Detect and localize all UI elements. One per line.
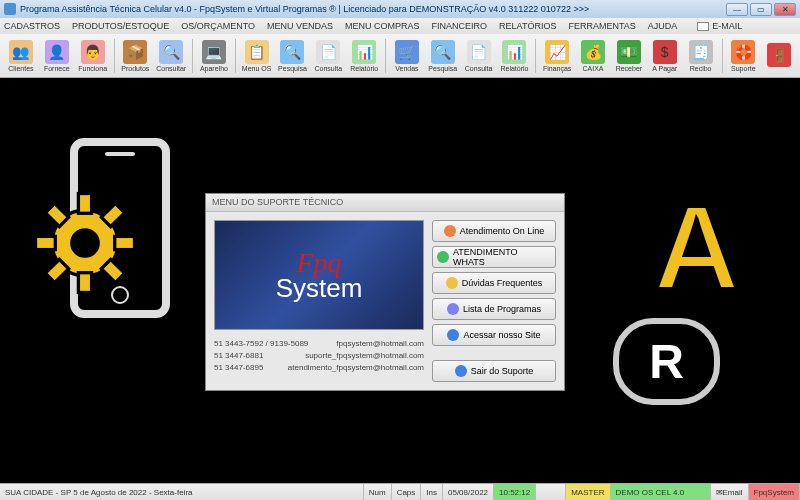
tool-icon: 👥 (9, 40, 33, 64)
tool-pesquisa[interactable]: 🔍Pesquisa (276, 36, 310, 76)
tool-label: Consulta (315, 65, 343, 72)
svg-rect-6 (101, 203, 124, 226)
status-bar: SUA CIDADE - SP 5 de Agosto de 2022 - Se… (0, 483, 800, 500)
whatsapp-icon (437, 251, 449, 263)
tool-suporte[interactable]: 🛟Suporte (726, 36, 760, 76)
tool-consulta[interactable]: 📄Consulta (462, 36, 496, 76)
email-icon (697, 22, 709, 31)
whatsapp-button[interactable]: ATENDIMENTO WHATS (432, 246, 556, 268)
tool-label: Relatório (350, 65, 378, 72)
status-caps: Caps (392, 484, 422, 500)
close-button[interactable]: ✕ (774, 3, 796, 16)
tool-icon: 📋 (245, 40, 269, 64)
tool-consulta[interactable]: 📄Consulta (311, 36, 345, 76)
tool-label: CAIXA (583, 65, 604, 72)
status-time: 10:52:12 (494, 484, 536, 500)
tool-label: Finanças (543, 65, 571, 72)
tool-icon: $ (653, 40, 677, 64)
tool-icon: 🔍 (431, 40, 455, 64)
tool-fornece[interactable]: 👤Fornece (40, 36, 74, 76)
tool-recibo[interactable]: 🧾Recibo (684, 36, 718, 76)
faq-button[interactable]: Dúvidas Frequentes (432, 272, 556, 294)
tool-icon: 💰 (581, 40, 605, 64)
brand-letter-a: A (653, 178, 740, 316)
menu-produtos[interactable]: PRODUTOS/ESTOQUE (72, 21, 169, 31)
brand-letter-r: R (613, 318, 720, 405)
menu-email[interactable]: E-MAIL (697, 21, 742, 31)
tool-exit[interactable]: 🚪 (762, 36, 796, 76)
tool-label: Consultar (156, 65, 186, 72)
tool-icon: 📄 (467, 40, 491, 64)
tool-label: Consulta (465, 65, 493, 72)
tool-label: Pesquisa (278, 65, 307, 72)
tool-label: Vendas (395, 65, 418, 72)
svg-rect-7 (45, 259, 68, 282)
tool-icon: 👤 (45, 40, 69, 64)
tool-relatório[interactable]: 📊Relatório (498, 36, 532, 76)
tool-label: A Pagar (652, 65, 677, 72)
contacts-list: 51 3443-7592 / 9139-5089fpqsystem@hotmai… (214, 338, 424, 374)
status-brand: FpqSystem (749, 484, 800, 500)
tool-icon: 📄 (316, 40, 340, 64)
exit-support-button[interactable]: Sair do Suporte (432, 360, 556, 382)
window-title: Programa Assistência Técnica Celular v4.… (20, 4, 589, 14)
tool-label: Aparelho (200, 65, 228, 72)
tool-icon: 📈 (545, 40, 569, 64)
tool-icon: 🔍 (280, 40, 304, 64)
programs-list-button[interactable]: Lista de Programas (432, 298, 556, 320)
support-dialog: MENU DO SUPORTE TÉCNICO Fpq System 51 34… (205, 193, 565, 391)
headset-icon (444, 225, 456, 237)
tool-label: Suporte (731, 65, 756, 72)
tool-icon: 💵 (617, 40, 641, 64)
tool-relatório[interactable]: 📊Relatório (347, 36, 381, 76)
main-canvas: A R MENU DO SUPORTE TÉCNICO Fpq System 5… (0, 78, 800, 483)
menu-relatorios[interactable]: RELATÓRIOS (499, 21, 556, 31)
status-ins: Ins (421, 484, 443, 500)
tool-receber[interactable]: 💵Receber (612, 36, 646, 76)
menu-ferramentas[interactable]: FERRAMENTAS (568, 21, 635, 31)
menu-financeiro[interactable]: FINANCEIRO (432, 21, 488, 31)
toolbar: 👥Clientes👤Fornece👨Funciona📦Produtos🔍Cons… (0, 34, 800, 78)
status-num: Num (364, 484, 392, 500)
menu-ajuda[interactable]: AJUDA (648, 21, 678, 31)
tool-icon: 👨 (81, 40, 105, 64)
menu-os[interactable]: OS/ORÇAMENTO (181, 21, 255, 31)
menu-bar: CADASTROS PRODUTOS/ESTOQUE OS/ORÇAMENTO … (0, 18, 800, 34)
tool-label: Recibo (690, 65, 712, 72)
status-master: MASTER (566, 484, 610, 500)
menu-cadastros[interactable]: CADASTROS (4, 21, 60, 31)
maximize-button[interactable]: ▭ (750, 3, 772, 16)
tool-finanças[interactable]: 📈Finanças (540, 36, 574, 76)
minimize-button[interactable]: — (726, 3, 748, 16)
tool-label: Produtos (121, 65, 149, 72)
status-email[interactable]: ✉ Email (711, 484, 749, 500)
tool-icon: 🧾 (689, 40, 713, 64)
online-support-button[interactable]: Atendimento On Line (432, 220, 556, 242)
status-demo: DEMO OS CEL 4.0 (611, 484, 711, 500)
status-location: SUA CIDADE - SP 5 de Agosto de 2022 - Se… (0, 484, 364, 500)
tool-pesquisa[interactable]: 🔍Pesquisa (426, 36, 460, 76)
tool-icon: 📊 (352, 40, 376, 64)
tool-clientes[interactable]: 👥Clientes (4, 36, 38, 76)
tool-icon: 🚪 (767, 43, 791, 67)
tool-funciona[interactable]: 👨Funciona (76, 36, 110, 76)
tool-vendas[interactable]: 🛒Vendas (390, 36, 424, 76)
tool-produtos[interactable]: 📦Produtos (118, 36, 152, 76)
tool-menu os[interactable]: 📋Menu OS (240, 36, 274, 76)
menu-vendas[interactable]: MENU VENDAS (267, 21, 333, 31)
tool-label: Fornece (44, 65, 70, 72)
tool-a pagar[interactable]: $A Pagar (648, 36, 682, 76)
menu-compras[interactable]: MENU COMPRAS (345, 21, 420, 31)
tool-aparelho[interactable]: 💻Aparelho (197, 36, 231, 76)
app-icon (4, 3, 16, 15)
svg-rect-2 (78, 194, 91, 214)
tool-label: Funciona (78, 65, 107, 72)
website-button[interactable]: Acessar nosso Site (432, 324, 556, 346)
tool-caixa[interactable]: 💰CAIXA (576, 36, 610, 76)
gear-icon (30, 188, 140, 298)
tool-icon: 📦 (123, 40, 147, 64)
tool-label: Menu OS (242, 65, 272, 72)
tool-consultar[interactable]: 🔍Consultar (154, 36, 188, 76)
list-icon (447, 303, 459, 315)
svg-rect-9 (101, 259, 124, 282)
